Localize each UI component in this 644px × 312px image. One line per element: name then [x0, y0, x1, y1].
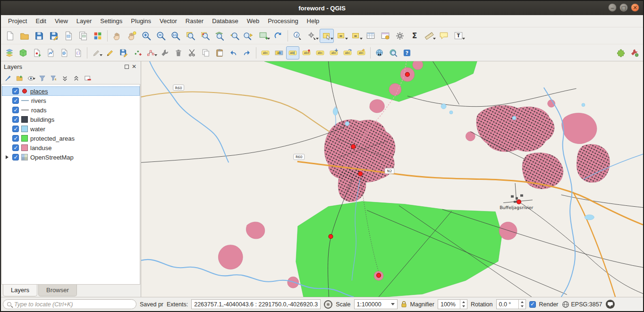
new-virtual-layer-button[interactable] [71, 46, 85, 59]
field-calculator-button[interactable] [378, 29, 392, 43]
vertex-tool-button[interactable] [144, 46, 158, 59]
layer-row-landuse[interactable]: landuse [2, 143, 140, 152]
current-edits-button[interactable] [90, 46, 103, 59]
open-attribute-table-button[interactable] [364, 29, 378, 43]
new-shapefile-point-button[interactable] [30, 46, 43, 59]
modify-attributes-button[interactable] [158, 46, 171, 59]
highlight-labels-button[interactable] [300, 46, 313, 59]
menu-database[interactable]: Database [208, 16, 243, 26]
measure-line-button[interactable] [422, 29, 436, 43]
spin-up-icon[interactable] [460, 300, 467, 304]
layer-checkbox-openstreetmap[interactable] [12, 154, 19, 160]
data-source-manager-button[interactable] [3, 46, 16, 59]
filter-legend-expression-button[interactable] [48, 73, 59, 83]
layer-row-protected-areas[interactable]: protected_areas [2, 134, 140, 143]
paste-features-button[interactable] [213, 46, 226, 59]
menu-web[interactable]: Web [243, 16, 264, 26]
tab-browser[interactable]: Browser [38, 285, 77, 296]
osm-place-search-button[interactable] [373, 46, 386, 59]
spinner-arrows[interactable] [460, 300, 467, 309]
messages-bubble-icon[interactable] [606, 300, 615, 309]
save-project-as-button[interactable] [47, 29, 61, 43]
copy-features-button[interactable] [199, 46, 212, 59]
close-button[interactable]: ✕ [631, 3, 639, 12]
pan-to-selection-button[interactable] [125, 29, 139, 43]
expand-all-button[interactable] [59, 73, 70, 83]
undo-button[interactable] [227, 46, 240, 59]
deselect-features-button[interactable] [349, 29, 363, 43]
spinner-arrows[interactable] [518, 300, 525, 309]
extent-indicator-icon[interactable] [324, 300, 332, 309]
help-contents-button[interactable] [400, 46, 414, 59]
layout-manager-button[interactable] [76, 29, 90, 43]
delete-selected-button[interactable] [172, 46, 185, 59]
layer-labeling-button[interactable] [259, 46, 272, 59]
layer-checkbox-roads[interactable] [12, 107, 19, 113]
metasearch-button[interactable] [387, 46, 400, 59]
locate-box[interactable] [3, 299, 136, 309]
statistical-summary-button[interactable] [407, 29, 422, 43]
scale-combobox[interactable]: 1:100000 [354, 299, 398, 309]
layer-checkbox-landuse[interactable] [12, 144, 19, 151]
redo-button[interactable] [240, 46, 254, 59]
spin-up-icon[interactable] [519, 300, 525, 304]
zoom-native-button[interactable] [169, 29, 183, 43]
manage-plugins-button[interactable] [614, 46, 627, 59]
filter-legend-button[interactable] [37, 73, 47, 83]
run-feature-action-button[interactable] [305, 29, 319, 43]
render-checkbox[interactable] [529, 301, 536, 308]
menu-processing[interactable]: Processing [263, 16, 302, 26]
manage-map-themes-button[interactable] [25, 73, 36, 83]
new-map-view-button[interactable] [256, 29, 271, 43]
layer-row-water[interactable]: water [2, 124, 140, 134]
locate-input[interactable] [14, 301, 132, 308]
options-button[interactable] [393, 29, 407, 43]
menu-layer[interactable]: Layer [72, 16, 96, 26]
menu-edit[interactable]: Edit [31, 16, 50, 26]
menu-vector[interactable]: Vector [155, 16, 181, 26]
show-hide-labels-button[interactable] [314, 46, 327, 59]
pin-labels-button[interactable] [286, 46, 299, 59]
magnifier-spinbox[interactable]: 100% [438, 299, 467, 309]
pan-map-button[interactable] [110, 29, 124, 43]
new-geopackage-layer-button[interactable] [17, 46, 30, 59]
menu-settings[interactable]: Settings [96, 16, 127, 26]
layer-checkbox-rivers[interactable] [12, 97, 19, 104]
zoom-next-button[interactable] [242, 29, 256, 43]
menu-view[interactable]: View [51, 16, 72, 26]
tab-layers[interactable]: Layers [3, 285, 37, 296]
rotate-label-button[interactable] [341, 46, 354, 59]
expander-icon[interactable] [5, 155, 10, 159]
zoom-last-button[interactable] [227, 29, 241, 43]
menu-raster[interactable]: Raster [181, 16, 208, 26]
open-project-button[interactable] [17, 29, 32, 43]
refresh-map-button[interactable] [271, 29, 285, 43]
layer-checkbox-buildings[interactable] [12, 116, 19, 123]
add-feature-button[interactable] [131, 46, 144, 59]
dock-float-button[interactable] [123, 63, 130, 70]
menu-project[interactable]: Project [4, 16, 31, 26]
layer-row-openstreetmap[interactable]: OpenStreetMap [2, 152, 140, 162]
save-layer-edits-button[interactable] [117, 46, 130, 59]
layer-labeling-options-button[interactable] [272, 46, 286, 59]
zoom-to-layer-button[interactable] [212, 29, 227, 43]
layer-row-roads[interactable]: roads [2, 105, 140, 115]
crs-status[interactable]: EPSG:3857 [562, 301, 602, 308]
new-print-layout-button[interactable] [61, 29, 76, 43]
select-features-button[interactable] [320, 29, 334, 43]
lock-icon[interactable] [401, 301, 407, 308]
new-shapefile-line-button[interactable] [44, 46, 57, 59]
layer-row-buildings[interactable]: buildings [2, 115, 140, 124]
remove-layer-button[interactable] [82, 73, 93, 83]
zoom-full-button[interactable] [183, 29, 197, 43]
map-tips-button[interactable] [437, 29, 451, 43]
zoom-in-button[interactable] [139, 29, 153, 43]
layer-checkbox-protected-areas[interactable] [12, 135, 19, 142]
save-project-button[interactable] [32, 29, 46, 43]
toggle-editing-button[interactable] [103, 46, 117, 59]
collapse-all-button[interactable] [71, 73, 81, 83]
open-layer-styling-button[interactable] [3, 73, 13, 83]
layer-row-rivers[interactable]: rivers [2, 96, 140, 105]
new-shapefile-polygon-button[interactable] [58, 46, 71, 59]
zoom-out-button[interactable] [154, 29, 168, 43]
